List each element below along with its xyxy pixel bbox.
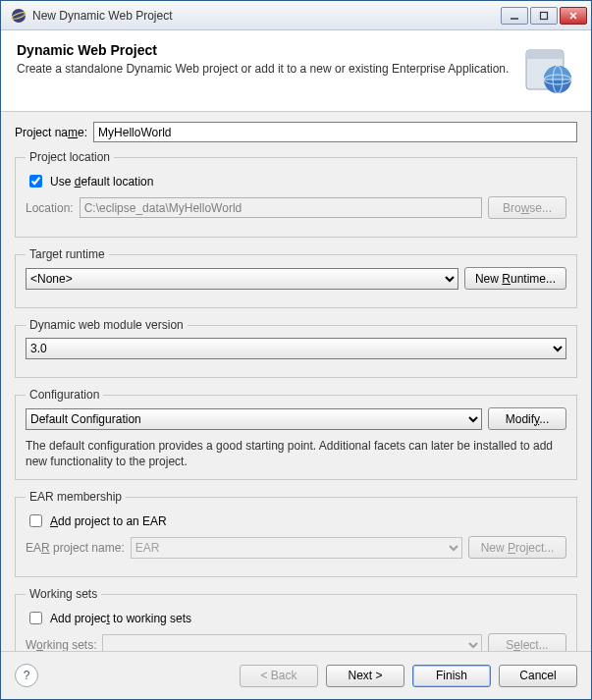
working-sets-label: Working sets: bbox=[26, 638, 96, 651]
add-to-ear-label: Add project to an EAR bbox=[50, 514, 167, 528]
wizard-footer: ? < Back Next > Finish Cancel bbox=[1, 651, 591, 699]
eclipse-icon bbox=[11, 8, 27, 24]
maximize-button[interactable] bbox=[530, 7, 558, 25]
ear-project-name-label: EAR project name: bbox=[26, 541, 125, 555]
configuration-legend: Configuration bbox=[26, 388, 103, 402]
use-default-location-label: Use default location bbox=[50, 175, 153, 188]
working-sets-group: Working sets Add project to working sets… bbox=[15, 587, 577, 651]
wizard-banner: Dynamic Web Project Create a standalone … bbox=[1, 30, 591, 112]
cancel-button[interactable]: Cancel bbox=[499, 665, 577, 687]
web-module-version-group: Dynamic web module version 3.0 bbox=[15, 318, 577, 378]
ear-membership-group: EAR membership Add project to an EAR EAR… bbox=[15, 490, 577, 577]
select-working-sets-button: Select... bbox=[488, 633, 566, 651]
location-label: Location: bbox=[26, 201, 74, 215]
dialog-window: New Dynamic Web Project Dynamic Web Proj… bbox=[0, 0, 592, 700]
use-default-location-checkbox[interactable] bbox=[29, 175, 42, 188]
working-sets-legend: Working sets bbox=[26, 587, 101, 601]
browse-button: Browse... bbox=[488, 196, 566, 219]
new-runtime-button[interactable]: New Runtime... bbox=[464, 267, 566, 290]
project-name-row: Project name: bbox=[15, 122, 577, 142]
banner-heading: Dynamic Web Project bbox=[17, 42, 511, 58]
titlebar: New Dynamic Web Project bbox=[1, 1, 591, 30]
add-to-ear-checkbox[interactable] bbox=[29, 514, 42, 527]
next-button[interactable]: Next > bbox=[326, 665, 404, 687]
add-to-working-sets-label: Add project to working sets bbox=[50, 612, 191, 625]
web-module-version-legend: Dynamic web module version bbox=[26, 318, 188, 332]
close-button[interactable] bbox=[560, 7, 587, 25]
banner-description: Create a standalone Dynamic Web project … bbox=[17, 62, 511, 76]
web-module-version-select[interactable]: 3.0 bbox=[26, 338, 566, 359]
configuration-group: Configuration Default Configuration Modi… bbox=[15, 388, 577, 480]
target-runtime-group: Target runtime <None> New Runtime... bbox=[15, 247, 577, 308]
configuration-hint: The default configuration provides a goo… bbox=[26, 438, 566, 469]
project-name-input[interactable] bbox=[93, 122, 577, 142]
svg-rect-3 bbox=[541, 12, 548, 19]
modify-button[interactable]: Modify... bbox=[488, 407, 566, 430]
ear-project-name-select: EAR bbox=[131, 537, 462, 559]
project-location-legend: Project location bbox=[26, 150, 114, 164]
svg-rect-7 bbox=[526, 50, 564, 59]
project-name-label: Project name: bbox=[15, 126, 87, 139]
new-ear-project-button: New Project... bbox=[468, 536, 566, 559]
web-project-icon bbox=[520, 42, 575, 97]
working-sets-select bbox=[102, 634, 482, 651]
add-to-working-sets-checkbox[interactable] bbox=[29, 612, 42, 624]
wizard-content: Project name: Project location Use defau… bbox=[1, 112, 591, 651]
window-buttons bbox=[501, 7, 587, 25]
project-location-group: Project location Use default location Lo… bbox=[15, 150, 577, 238]
finish-button[interactable]: Finish bbox=[412, 665, 491, 687]
target-runtime-legend: Target runtime bbox=[26, 247, 109, 261]
window-title: New Dynamic Web Project bbox=[32, 9, 501, 23]
configuration-select[interactable]: Default Configuration bbox=[26, 408, 482, 430]
back-button: < Back bbox=[240, 665, 318, 687]
target-runtime-select[interactable]: <None> bbox=[26, 268, 458, 290]
location-input bbox=[80, 197, 482, 218]
help-button[interactable]: ? bbox=[15, 664, 38, 687]
minimize-button[interactable] bbox=[501, 7, 528, 25]
ear-membership-legend: EAR membership bbox=[26, 490, 126, 504]
